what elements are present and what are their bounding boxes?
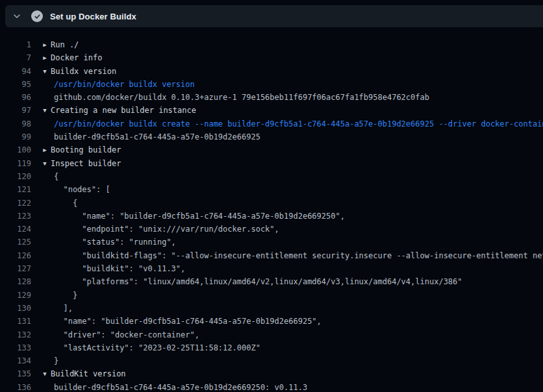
arrow-spacer (40, 354, 49, 367)
log-line: 7▶Docker info (0, 51, 543, 64)
log-group-title[interactable]: Creating a new builder instance (51, 104, 196, 117)
arrow-spacer (40, 275, 49, 288)
log-text: "driver": "docker-container", (54, 328, 199, 341)
log-text: "lastActivity": "2023-02-25T11:58:12.000… (54, 341, 260, 354)
log-text: "buildkitd-flags": "--allow-insecure-ent… (54, 249, 543, 262)
log-line: 128 "platforms": "linux/amd64,linux/amd6… (0, 275, 543, 288)
log-line: 135▼BuildKit version (0, 367, 543, 380)
log-line: 98/usr/bin/docker buildx create --name b… (0, 117, 543, 130)
arrow-spacer (40, 262, 49, 275)
line-number[interactable]: 136 (0, 381, 31, 392)
log-group-title[interactable]: Inspect builder (51, 157, 121, 170)
log-line: 133 "lastActivity": "2023-02-25T11:58:12… (0, 341, 543, 354)
arrow-spacer (40, 302, 49, 315)
chevron-down-icon[interactable] (12, 11, 22, 21)
log-group-title[interactable]: BuildKit version (51, 367, 126, 380)
line-number[interactable]: 97 (0, 104, 31, 117)
log-text: } (54, 289, 77, 302)
line-number[interactable]: 95 (0, 78, 31, 91)
line-number[interactable]: 100 (0, 143, 31, 156)
log-text: "name": "builder-d9cfb5a1-c764-445a-a57e… (54, 315, 322, 328)
log-line: 1▶Run ./ (0, 38, 543, 51)
line-number[interactable]: 132 (0, 328, 31, 341)
line-number[interactable]: 120 (0, 170, 31, 183)
line-number[interactable]: 129 (0, 289, 31, 302)
log-text: ], (54, 302, 73, 315)
log-text: "nodes": [ (54, 183, 110, 196)
log-line: 100▶Booting builder (0, 143, 543, 156)
log-line: 127 "buildkit": "v0.11.3", (0, 262, 543, 275)
log-group-title[interactable]: Buildx version (51, 65, 116, 78)
log-group-title[interactable]: Run ./ (51, 38, 79, 51)
arrow-spacer (40, 210, 49, 223)
log-line: 134} (0, 354, 543, 367)
line-number[interactable]: 96 (0, 91, 31, 104)
log-line: 94▼Buildx version (0, 65, 543, 78)
arrow-spacer (40, 315, 49, 328)
log-text: } (54, 354, 58, 367)
arrow-spacer (40, 381, 49, 392)
log-group-title[interactable]: Docker info (51, 51, 102, 64)
triangle-down-icon[interactable]: ▼ (40, 65, 49, 78)
arrow-spacer (40, 289, 49, 302)
line-number[interactable]: 130 (0, 302, 31, 315)
line-number[interactable]: 122 (0, 197, 31, 210)
step-title: Set up Docker Buildx (50, 12, 136, 21)
log-text: { (54, 197, 77, 210)
triangle-right-icon[interactable]: ▶ (40, 51, 49, 64)
arrow-spacer (40, 328, 49, 341)
log-line: 132 "driver": "docker-container", (0, 328, 543, 341)
line-number[interactable]: 127 (0, 262, 31, 275)
arrow-spacer (40, 249, 49, 262)
line-number[interactable]: 128 (0, 275, 31, 288)
line-number[interactable]: 121 (0, 183, 31, 196)
line-number[interactable]: 133 (0, 341, 31, 354)
arrow-spacer (40, 183, 49, 196)
log-line: 119▼Inspect builder (0, 157, 543, 170)
line-number[interactable]: 126 (0, 249, 31, 262)
log-line: 136builder-d9cfb5a1-c764-445a-a57e-0b19d… (0, 381, 543, 392)
line-number[interactable]: 7 (0, 51, 31, 64)
log-line: 122 { (0, 197, 543, 210)
log-line: 95/usr/bin/docker buildx version (0, 78, 543, 91)
triangle-down-icon[interactable]: ▼ (40, 104, 49, 117)
arrow-spacer (40, 130, 49, 143)
step-header[interactable]: Set up Docker Buildx (5, 5, 543, 27)
arrow-spacer (40, 170, 49, 183)
log-area: 1▶Run ./7▶Docker info94▼Buildx version95… (0, 38, 543, 392)
log-text: builder-d9cfb5a1-c764-445a-a57e-0b19d2e6… (54, 381, 307, 392)
triangle-down-icon[interactable]: ▼ (40, 367, 49, 380)
arrow-spacer (40, 236, 49, 249)
log-text: "status": "running", (54, 236, 176, 249)
check-circle-icon (31, 10, 43, 22)
line-number[interactable]: 1 (0, 38, 31, 51)
line-number[interactable]: 131 (0, 315, 31, 328)
log-line: 124 "endpoint": "unix:///var/run/docker.… (0, 223, 543, 236)
log-text: "buildkit": "v0.11.3", (54, 262, 185, 275)
log-line: 123 "name": "builder-d9cfb5a1-c764-445a-… (0, 210, 543, 223)
line-number[interactable]: 99 (0, 130, 31, 143)
arrow-spacer (40, 78, 49, 91)
log-line: 129 } (0, 289, 543, 302)
log-line: 125 "status": "running", (0, 236, 543, 249)
line-number[interactable]: 125 (0, 236, 31, 249)
line-number[interactable]: 123 (0, 210, 31, 223)
log-line: 99builder-d9cfb5a1-c764-445a-a57e-0b19d2… (0, 130, 543, 143)
log-text: builder-d9cfb5a1-c764-445a-a57e-0b19d2e6… (54, 130, 260, 143)
log-line: 120{ (0, 170, 543, 183)
log-text: "endpoint": "unix:///var/run/docker.sock… (54, 223, 279, 236)
line-number[interactable]: 119 (0, 157, 31, 170)
log-text: { (54, 170, 58, 183)
log-text: github.com/docker/buildx 0.10.3+azure-1 … (54, 91, 429, 104)
log-line: 130 ], (0, 302, 543, 315)
line-number[interactable]: 134 (0, 354, 31, 367)
triangle-right-icon[interactable]: ▶ (40, 38, 49, 51)
triangle-right-icon[interactable]: ▶ (40, 143, 49, 156)
line-number[interactable]: 94 (0, 65, 31, 78)
line-number[interactable]: 124 (0, 223, 31, 236)
triangle-down-icon[interactable]: ▼ (40, 157, 49, 170)
log-group-title[interactable]: Booting builder (51, 143, 121, 156)
line-number[interactable]: 135 (0, 367, 31, 380)
arrow-spacer (40, 91, 49, 104)
line-number[interactable]: 98 (0, 117, 31, 130)
